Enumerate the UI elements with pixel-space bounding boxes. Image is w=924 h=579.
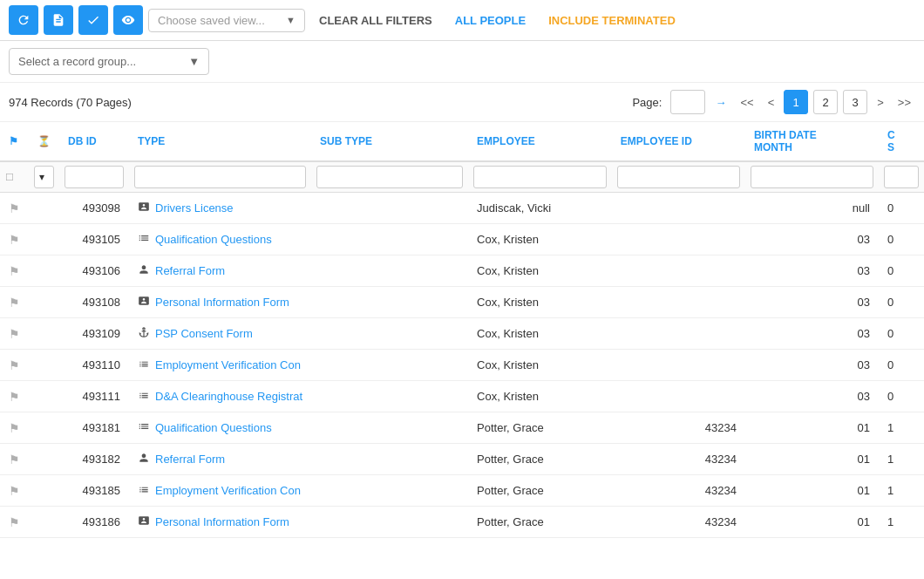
row-actions-cell — [29, 287, 59, 318]
row-extra: 0 — [879, 224, 924, 255]
type-link[interactable]: Qualification Questions — [155, 233, 272, 246]
go-to-page-button[interactable]: → — [710, 93, 730, 112]
table-row: ⚑ 493105 Qualification Questions Cox, Kr… — [0, 224, 924, 255]
row-type: PSP Consent Form — [129, 318, 311, 350]
row-extra: 1 — [879, 507, 924, 538]
row-employee: Cox, Kristen — [468, 350, 612, 381]
first-page-button[interactable]: << — [736, 93, 758, 112]
include-terminated-button[interactable]: INCLUDE TERMINATED — [540, 14, 684, 27]
row-subtype — [311, 255, 468, 287]
type-link[interactable]: Referral Form — [155, 453, 225, 466]
row-extra: 0 — [879, 381, 924, 412]
row-birth-date-month: 03 — [745, 381, 879, 412]
row-extra: 0 — [879, 255, 924, 287]
actions-filter-cell: ▾ — [29, 161, 59, 193]
subtype-column-header: SUB TYPE — [311, 122, 468, 161]
page-1-button[interactable]: 1 — [784, 90, 808, 114]
type-link[interactable]: Qualification Questions — [155, 421, 272, 434]
row-employee-id: 43234 — [612, 507, 745, 538]
row-dbid: 493185 — [59, 475, 129, 507]
type-filter-input[interactable] — [134, 166, 306, 188]
table-header-row: ⚑ ⏳ DB ID TYPE SUB TYPE EMPLOYEE EMPLOYE… — [0, 122, 924, 161]
extra-column-header: CS — [879, 122, 924, 161]
all-people-button[interactable]: ALL PEOPLE — [446, 14, 534, 27]
record-group-dropdown[interactable]: Select a record group... ▼ — [9, 48, 209, 75]
row-subtype — [311, 412, 468, 444]
table-wrapper: ⚑ ⏳ DB ID TYPE SUB TYPE EMPLOYEE EMPLOYE… — [0, 122, 924, 538]
type-link[interactable]: D&A Clearinghouse Registrat — [155, 390, 302, 403]
type-link[interactable]: Employment Verification Con — [155, 484, 301, 497]
row-actions-cell — [29, 318, 59, 350]
row-actions-cell — [29, 350, 59, 381]
row-employee-id — [612, 287, 745, 318]
row-employee: Cox, Kristen — [468, 381, 612, 412]
actions-filter-dropdown[interactable]: ▾ — [34, 166, 54, 188]
row-type: Referral Form — [129, 444, 311, 475]
row-actions-cell — [29, 381, 59, 412]
dbid-filter-cell — [59, 161, 129, 193]
row-extra: 0 — [879, 350, 924, 381]
last-page-button[interactable]: >> — [893, 93, 915, 112]
row-type: Qualification Questions — [129, 412, 311, 444]
row-employee-id — [612, 350, 745, 381]
empid-filter-input[interactable] — [617, 166, 740, 188]
saved-view-dropdown[interactable]: Choose saved view... ▼ — [148, 9, 305, 32]
row-employee: Cox, Kristen — [468, 318, 612, 350]
row-type: Employment Verification Con — [129, 475, 311, 507]
type-link[interactable]: PSP Consent Form — [155, 327, 253, 340]
table-body: ⚑ 493098 Drivers License Judiscak, Vicki… — [0, 193, 924, 538]
row-birth-date-month: 01 — [745, 444, 879, 475]
table-row: ⚑ 493098 Drivers License Judiscak, Vicki… — [0, 193, 924, 224]
extra-filter-input[interactable] — [884, 166, 919, 188]
dbid-filter-input[interactable] — [65, 166, 124, 188]
page-2-button[interactable]: 2 — [813, 90, 838, 114]
employee-id-column-header: EMPLOYEE ID — [612, 122, 745, 161]
row-dbid: 493106 — [59, 255, 129, 287]
row-employee: Potter, Grace — [468, 507, 612, 538]
row-flag-cell: ⚑ — [0, 255, 29, 287]
clear-filters-button[interactable]: CLEAR ALL FILTERS — [310, 14, 441, 27]
export-button[interactable] — [44, 5, 73, 35]
refresh-button[interactable] — [9, 5, 38, 35]
check-button[interactable] — [78, 5, 108, 35]
row-extra: 1 — [879, 412, 924, 444]
row-employee: Cox, Kristen — [468, 287, 612, 318]
main-table: ⚑ ⏳ DB ID TYPE SUB TYPE EMPLOYEE EMPLOYE… — [0, 122, 924, 538]
row-extra: 0 — [879, 318, 924, 350]
saved-view-placeholder: Choose saved view... — [158, 14, 265, 27]
page-3-button[interactable]: 3 — [843, 90, 867, 114]
employee-filter-input[interactable] — [473, 166, 607, 188]
row-birth-date-month: 01 — [745, 412, 879, 444]
row-extra: 1 — [879, 475, 924, 507]
birthmonth-filter-cell — [745, 161, 879, 193]
row-flag-cell: ⚑ — [0, 287, 29, 318]
type-column-header: TYPE — [129, 122, 311, 161]
type-link[interactable]: Personal Information Form — [155, 515, 289, 528]
row-subtype — [311, 444, 468, 475]
type-link[interactable]: Drivers License — [155, 201, 234, 215]
row-subtype — [311, 193, 468, 224]
subtype-filter-input[interactable] — [316, 166, 463, 188]
row-employee-id: 43234 — [612, 444, 745, 475]
birthmonth-filter-input[interactable] — [751, 166, 873, 188]
row-flag-cell: ⚑ — [0, 475, 29, 507]
table-row: ⚑ 493182 Referral Form Potter, Grace 432… — [0, 444, 924, 475]
row-flag-cell: ⚑ — [0, 444, 29, 475]
row-actions-cell — [29, 507, 59, 538]
row-actions-cell — [29, 224, 59, 255]
eye-button[interactable] — [113, 5, 143, 35]
flag-filter-cell: ☐ — [0, 161, 29, 193]
prev-page-button[interactable]: < — [764, 93, 779, 112]
type-link[interactable]: Personal Information Form — [155, 296, 289, 309]
row-flag-cell: ⚑ — [0, 381, 29, 412]
flag-icon: ⚑ — [9, 358, 20, 372]
row-flag-cell: ⚑ — [0, 318, 29, 350]
type-link[interactable]: Employment Verification Con — [155, 358, 301, 371]
row-dbid: 493098 — [59, 193, 129, 224]
flag-icon: ⚑ — [9, 327, 20, 341]
page-input[interactable] — [670, 90, 705, 114]
next-page-button[interactable]: > — [873, 93, 888, 112]
flag-icon: ⚑ — [9, 233, 20, 247]
type-link[interactable]: Referral Form — [155, 264, 225, 277]
page-label: Page: — [632, 96, 662, 109]
